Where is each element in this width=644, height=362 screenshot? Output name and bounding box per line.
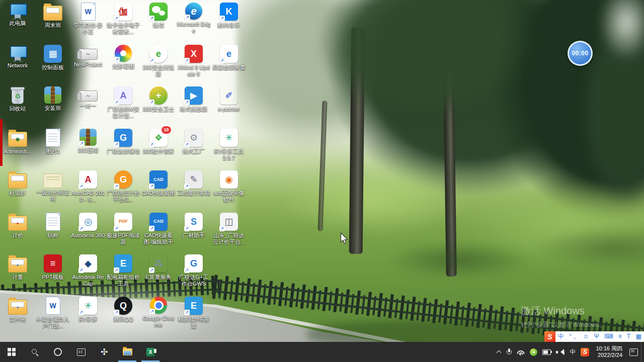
desktop-icon[interactable]: S↗广材助手	[177, 213, 211, 239]
battery-tray-icon[interactable]	[540, 342, 553, 362]
desktop-icon[interactable]: 一级造价师证书	[36, 170, 70, 203]
shortcut-arrow-icon: ↗	[78, 226, 84, 231]
desktop-icon[interactable]: ~一对一	[71, 86, 105, 110]
desktop-icon[interactable]: E↗配电箱柜组价工具	[106, 254, 140, 287]
sogou-tray-icon[interactable]: S	[578, 342, 592, 362]
desktop-icon[interactable]: Q↗腾讯QQ	[106, 297, 140, 323]
desktop-icon[interactable]: e↗Microsoft Edge	[177, 3, 211, 34]
desktop-icon[interactable]: ↗Google Chrome	[141, 297, 176, 328]
desktop-icon[interactable]: e↗360安全浏览器	[141, 45, 176, 77]
desktop-icon[interactable]: PDF↗极速PDF阅读器	[106, 213, 140, 245]
desktop-icon-label: 广材助手	[177, 232, 211, 239]
desktop-icon[interactable]: ✐e-pointer	[212, 86, 246, 113]
tile-icon: ◎↗	[79, 213, 97, 231]
desktop-icon-label: 回收站	[1, 106, 35, 112]
desktop-icon[interactable]: ~NewProject	[71, 45, 105, 68]
desktop-icon-label: 控制面板	[36, 64, 70, 71]
microphone-tray-icon[interactable]	[504, 342, 514, 362]
360-browser-taskbar-icon[interactable]: ✣	[93, 342, 116, 362]
sogou-skin[interactable]: T	[627, 331, 630, 342]
desktop-icon-label: 精算软件E算量	[177, 316, 211, 329]
desktop-icon[interactable]: ▶↗格式播放器	[177, 86, 211, 113]
system-tray: 中S 10:16 周四 2022/2/24	[494, 342, 644, 362]
desktop-icon[interactable]: 安装班	[36, 86, 70, 112]
file-explorer-taskbar-icon[interactable]	[116, 342, 139, 362]
volume-tray-icon[interactable]	[553, 342, 567, 362]
sogou-voice[interactable]: Ψ	[594, 331, 599, 342]
desktop-icon-label: CAD快速看图-编辑助手	[141, 232, 176, 245]
desktop-icon[interactable]: 杜望舒	[1, 170, 35, 197]
sogou-more[interactable]: ≡	[618, 331, 622, 342]
desktop-icon-label: E算量服务	[141, 274, 176, 281]
clock-time: 10:16 周四	[596, 345, 622, 352]
sogou-toolbox[interactable]: ▦	[635, 331, 641, 342]
desktop-icon[interactable]: Network	[1, 45, 35, 69]
desktop-icon[interactable]: W4-黄台项目入户门选...	[36, 297, 70, 329]
search-button[interactable]	[23, 342, 46, 362]
desktop-icon[interactable]: CAD↗CAD快速看图	[141, 170, 176, 197]
desktop-icon[interactable]: CAD↗CAD快速看图-编辑助手	[141, 213, 176, 245]
tray-expand-chevron-icon[interactable]	[494, 342, 504, 362]
ime-indicator[interactable]: 中	[567, 342, 578, 362]
desktop-icon[interactable]: e↗易极数据恢复	[212, 45, 246, 71]
desktop-icon[interactable]: ◉wzt正版录像软件	[212, 170, 246, 203]
action-center-button[interactable]	[629, 348, 638, 356]
desktop-icon[interactable]: 伽↗伽卡他卡电子教室教...	[106, 3, 140, 35]
desktop-icon[interactable]: ✳↗EV录屏	[71, 297, 105, 323]
desktop-icon[interactable]: A↗AutoCAD 2010 - S...	[71, 170, 105, 203]
sogou-ime-cn[interactable]: 中	[558, 331, 564, 342]
sogou-input-toolbar[interactable]: S 中°，☺Ψ⌨≡T▦	[544, 331, 644, 342]
desktop-icon[interactable]: ◆↗Autodesk ReCap	[71, 254, 105, 287]
desktop-icon[interactable]: ≡PPT模板	[36, 254, 70, 281]
show-desktop-button[interactable]	[641, 342, 644, 362]
360-shield-tray-icon[interactable]	[527, 342, 540, 362]
sogou-punctuation[interactable]: °，	[569, 331, 578, 342]
desktop-icon[interactable]: G↗广联达云计价平台G...	[106, 170, 140, 203]
desktop-icon[interactable]: K↗酷狗音乐	[212, 3, 246, 29]
cortana-button[interactable]	[46, 342, 69, 362]
desktop-icon[interactable]: X↗XMind 8 Update 9	[177, 45, 211, 77]
desktop-icon[interactable]: +↗360安全卫士	[141, 86, 176, 113]
desktop-icon[interactable]: W学习总结-姜小豆	[71, 3, 105, 35]
excel-taskbar-icon[interactable]: X	[139, 342, 162, 362]
desktop-icon[interactable]: ❖10↗360软件管家	[141, 129, 176, 155]
desktop-icon[interactable]: ♻回收站	[1, 86, 35, 112]
desktop-icon[interactable]: ✳EV录屏工具 3.9.7	[212, 129, 246, 161]
desktop-icon[interactable]: ↗光影看图	[106, 45, 140, 70]
desktop-icon[interactable]: ▪计价	[1, 213, 35, 239]
start-button[interactable]	[0, 342, 23, 362]
cert-icon	[43, 173, 62, 188]
folder-icon	[43, 6, 62, 21]
desktop-icon[interactable]: 职称	[36, 213, 70, 239]
desktop-icon[interactable]: A↗广联达BIM安装计量...	[106, 86, 140, 119]
desktop-icon[interactable]: ◎↗Autodesk 360	[71, 213, 105, 239]
desktop-icon[interactable]: G↗广联达G+工作台GWS	[177, 254, 211, 287]
desktop-icon[interactable]: G↗广联达新驱动	[106, 129, 140, 155]
task-view-button[interactable]	[69, 342, 93, 362]
sogou-emoji[interactable]: ☺	[583, 331, 589, 342]
sogou-keyboard[interactable]: ⌨	[604, 331, 613, 342]
desktop-icon[interactable]: ▪计量	[1, 254, 35, 281]
desktop-icon[interactable]: ↗360压缩	[71, 129, 105, 154]
desktop-icon[interactable]: 图片1	[36, 129, 70, 155]
sogou-logo-icon[interactable]: S	[544, 331, 555, 342]
desktop-icon[interactable]: ☻Administr...	[1, 129, 35, 155]
desktop-icon[interactable]: ✎↗工程量计算稿	[177, 170, 211, 197]
tile-icon: E↗	[114, 254, 132, 273]
desktop-icon-label: XMind 8 Update 9	[177, 64, 211, 77]
desktop-icon[interactable]: E↗精算软件E算量	[177, 297, 211, 329]
wifi-tray-icon[interactable]	[514, 342, 527, 362]
desktop-icon[interactable]: ▪文件夹	[1, 297, 35, 323]
desktop-icon[interactable]: ⁂↗E算量服务	[141, 254, 176, 281]
desktop-icon[interactable]: ▦控制面板	[36, 45, 70, 71]
taskbar-clock[interactable]: 10:16 周四 2022/2/24	[592, 345, 626, 358]
desktop-icon[interactable]: 此电脑	[1, 3, 35, 27]
recording-timer-widget[interactable]: 00:00	[568, 41, 593, 66]
desktop-icon[interactable]: ◫↗山东_广联达云计价平台...	[212, 213, 246, 245]
clock-date: 2022/2/24	[596, 352, 622, 358]
desktop-icon[interactable]: 周末班	[36, 3, 70, 29]
desktop-icon-label: 格式播放器	[177, 106, 211, 113]
desktop-icon[interactable]: ↗微信	[141, 3, 176, 29]
desktop-icon-label: 此电脑	[1, 20, 35, 27]
desktop-icon[interactable]: ⚙↗格式工厂	[177, 129, 211, 155]
